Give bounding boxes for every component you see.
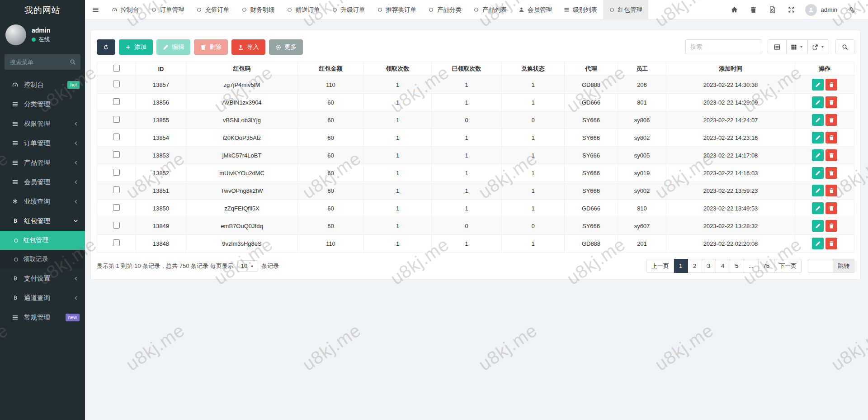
jump-button[interactable]: 跳转 (833, 259, 854, 273)
delete-row-button[interactable] (826, 114, 837, 126)
sidebar-item-category[interactable]: 分类管理 (0, 95, 85, 114)
fullscreen-button[interactable] (782, 6, 801, 13)
prev-page-button[interactable]: 上一页 (646, 259, 674, 273)
tab-redpacket[interactable]: 红包管理 (603, 0, 648, 20)
next-page-button[interactable]: 下一页 (774, 259, 802, 273)
table-row: 13853jMkC57r4LoBT60111SY666sy0052023-02-… (97, 147, 854, 164)
export-button[interactable] (808, 39, 829, 54)
user-avatar[interactable] (5, 24, 26, 45)
page-button-3[interactable]: 3 (702, 259, 716, 273)
tab-product-list[interactable]: 产品列表 (467, 0, 513, 20)
row-checkbox[interactable] (113, 186, 120, 193)
edit-row-button[interactable] (812, 114, 824, 126)
row-checkbox[interactable] (113, 134, 120, 140)
sidebar-item-permission[interactable]: 权限管理 (0, 114, 85, 134)
page-button-2[interactable]: 2 (688, 259, 702, 273)
tab-finance-detail[interactable]: 财务明细 (236, 0, 281, 20)
delete-row-button[interactable] (826, 238, 837, 249)
settings-gears-button[interactable] (842, 6, 861, 13)
trash-icon (829, 100, 835, 105)
select-all-checkbox[interactable] (113, 65, 120, 72)
row-checkbox[interactable] (113, 239, 120, 246)
delete-row-button[interactable] (826, 96, 837, 108)
tab-upgrade-order[interactable]: 升级订单 (326, 0, 371, 20)
delete-row-button[interactable] (826, 132, 837, 143)
sidebar-subitem-redpacket-list[interactable]: 红包管理 (0, 231, 85, 250)
page-button-5[interactable]: 5 (730, 259, 744, 273)
delete-button[interactable]: 删除 (194, 39, 228, 55)
refresh-page-button[interactable] (763, 6, 782, 13)
delete-row-button[interactable] (826, 79, 837, 91)
add-button[interactable]: 添加 (119, 39, 153, 55)
page-button-1[interactable]: 1 (674, 259, 688, 273)
sidebar-item-payment[interactable]: 支付设置 (0, 269, 85, 288)
table-search-input[interactable] (685, 39, 762, 54)
tab-recharge-order[interactable]: 充值订单 (190, 0, 236, 20)
tab-dashboard[interactable]: 控制台 (106, 0, 145, 20)
delete-row-button[interactable] (826, 149, 837, 161)
edit-row-button[interactable] (812, 185, 824, 196)
columns-button[interactable] (787, 39, 808, 54)
refresh-button[interactable] (97, 39, 115, 55)
tab-product-category[interactable]: 产品分类 (422, 0, 467, 20)
edit-row-button[interactable] (812, 238, 824, 249)
tab-member[interactable]: 会员管理 (513, 0, 558, 20)
cell-time: 2023-02-22 13:28:32 (666, 217, 795, 235)
tab-gift-order[interactable]: 赠送订单 (281, 0, 326, 20)
sidebar-item-redpacket[interactable]: 红包管理 (0, 211, 85, 231)
cell-staff: sy002 (618, 182, 666, 200)
cell-time: 2023-02-22 14:17:08 (666, 147, 795, 164)
row-checkbox[interactable] (113, 116, 120, 123)
cell-times: 1 (364, 200, 432, 217)
row-checkbox[interactable] (113, 98, 120, 105)
home-button[interactable] (725, 6, 744, 13)
sidebar-item-dashboard[interactable]: 控制台hot (0, 75, 85, 95)
upload-icon (238, 44, 244, 50)
sidebar-item-order[interactable]: 订单管理 (0, 134, 85, 153)
page-size-select[interactable]: 10 (237, 260, 258, 272)
row-checkbox[interactable] (113, 204, 120, 211)
edit-button[interactable]: 编辑 (156, 39, 190, 55)
refresh-page-icon (769, 6, 776, 13)
sidebar-item-member[interactable]: 会员管理 (0, 172, 85, 192)
sidebar-item-channel[interactable]: 通道查询 (0, 288, 85, 308)
edit-row-button[interactable] (812, 79, 824, 91)
import-button[interactable]: 导入 (231, 39, 265, 55)
row-checkbox[interactable] (113, 151, 120, 158)
tab-level-list[interactable]: 级别列表 (558, 0, 603, 20)
edit-row-button[interactable] (812, 149, 824, 161)
sidebar-item-performance[interactable]: 业绩查询 (0, 192, 85, 211)
edit-row-button[interactable] (812, 167, 824, 179)
cell-claimed: 0 (432, 217, 502, 235)
edit-row-button[interactable] (812, 132, 824, 143)
topbar-user[interactable]: admin (805, 4, 837, 16)
row-checkbox[interactable] (113, 169, 120, 176)
search-button[interactable] (835, 39, 854, 54)
delete-row-button[interactable] (826, 220, 837, 232)
edit-row-button[interactable] (812, 202, 824, 214)
delete-row-button[interactable] (826, 167, 837, 179)
tab-referral-order[interactable]: 推荐奖订单 (371, 0, 423, 20)
detail-view-button[interactable] (768, 39, 787, 54)
angle-left-icon (73, 140, 79, 146)
sidebar-toggle-button[interactable] (85, 0, 106, 20)
jump-page-input[interactable] (808, 259, 833, 273)
trash-button[interactable] (744, 6, 763, 13)
tab-order[interactable]: 订单管理 (145, 0, 190, 20)
sidebar-item-general[interactable]: 常规管理new (0, 308, 85, 327)
page-button-4[interactable]: 4 (716, 259, 730, 273)
row-checkbox[interactable] (113, 81, 120, 87)
page-button-75[interactable]: 75 (759, 259, 774, 273)
delete-row-button[interactable] (826, 185, 837, 196)
more-button[interactable]: 更多 (269, 39, 303, 55)
sidebar-subitem-claim-records[interactable]: 领取记录 (0, 250, 85, 269)
page-ellipsis[interactable]: ... (744, 259, 759, 273)
sidebar-item-product[interactable]: 产品管理 (0, 153, 85, 172)
edit-row-button[interactable] (812, 96, 824, 108)
pencil-icon (815, 100, 821, 105)
sidebar-search-input[interactable] (5, 54, 80, 70)
edit-row-button[interactable] (812, 220, 824, 232)
fullscreen-icon (788, 6, 795, 13)
delete-row-button[interactable] (826, 202, 837, 214)
row-checkbox[interactable] (113, 222, 120, 229)
